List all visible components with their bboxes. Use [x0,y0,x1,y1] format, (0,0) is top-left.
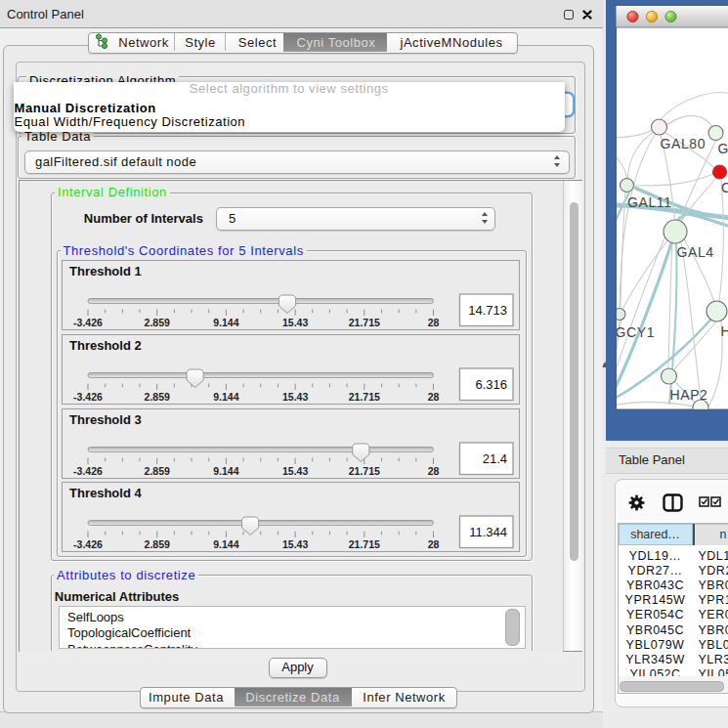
svg-text:GA: GA [718,141,728,156]
svg-text:Threshold 3: Threshold 3 [69,412,142,427]
svg-text:GAL4: GAL4 [677,244,714,260]
svg-text:9.144: 9.144 [213,391,238,403]
svg-text:9.144: 9.144 [213,538,238,550]
svg-text:15.43: 15.43 [282,391,308,403]
svg-text:21.715: 21.715 [349,464,380,476]
svg-text:C: C [721,180,728,195]
svg-text:14.713: 14.713 [468,303,507,318]
svg-text:21.4: 21.4 [483,451,507,466]
svg-text:15.43: 15.43 [282,538,308,550]
svg-text:2.859: 2.859 [145,316,170,327]
svg-text:28: 28 [428,464,440,476]
svg-text:21.715: 21.715 [349,316,380,327]
svg-text:6.316: 6.316 [475,377,507,392]
svg-text:15.43: 15.43 [282,316,308,327]
svg-text:21.715: 21.715 [349,391,380,403]
svg-text:-3.426: -3.426 [73,464,103,476]
svg-text:9.144: 9.144 [213,464,238,476]
svg-text:-3.426: -3.426 [73,316,103,327]
svg-text:11.344: 11.344 [469,525,507,539]
svg-text:-3.426: -3.426 [73,538,103,550]
svg-text:15.43: 15.43 [282,464,308,476]
svg-text:2.859: 2.859 [145,538,170,550]
svg-text:9.144: 9.144 [213,316,238,327]
svg-text:28: 28 [428,316,440,327]
svg-text:Threshold 1: Threshold 1 [69,264,142,278]
svg-text:GAL80: GAL80 [661,136,707,151]
svg-text:HAP2: HAP2 [670,387,708,403]
svg-text:2.859: 2.859 [145,464,170,476]
svg-text:H: H [721,323,728,339]
svg-text:GCY1: GCY1 [616,324,656,340]
svg-text:Threshold 4: Threshold 4 [69,486,142,500]
svg-text:21.715: 21.715 [349,538,380,550]
svg-text:-3.426: -3.426 [73,391,103,403]
svg-text:2.859: 2.859 [145,391,170,403]
svg-text:28: 28 [428,391,440,403]
svg-text:Threshold 2: Threshold 2 [69,338,142,353]
svg-text:GAL11: GAL11 [627,194,672,210]
svg-text:28: 28 [428,538,440,550]
